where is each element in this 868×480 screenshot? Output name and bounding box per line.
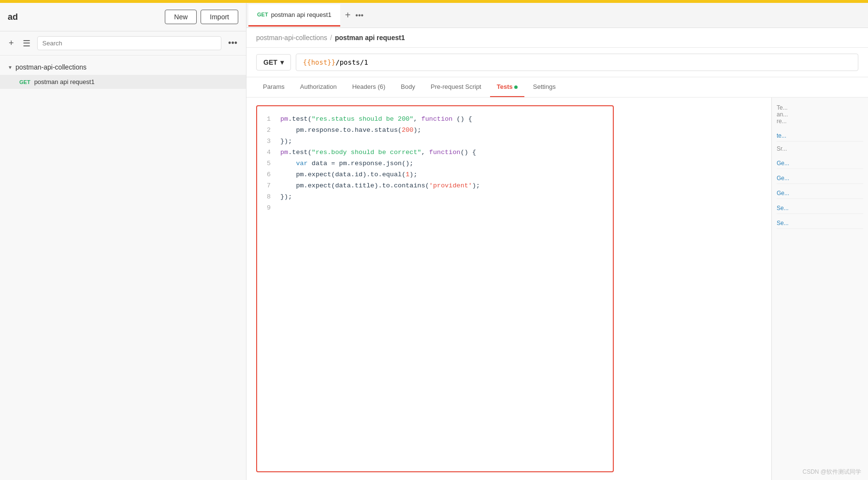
more-options-button[interactable]: ••• bbox=[226, 37, 239, 49]
line-num-3: 3 bbox=[263, 136, 271, 147]
url-variable: {{host}} bbox=[303, 58, 335, 66]
code-line-3: 3 }); bbox=[263, 136, 607, 147]
breadcrumb-parent[interactable]: postman-api-collections bbox=[256, 34, 327, 42]
line-num-6: 6 bbox=[263, 169, 271, 181]
tab-title: postman api request1 bbox=[271, 11, 332, 18]
line-num-7: 7 bbox=[263, 181, 271, 192]
watermark: CSDN @软件测试同学 bbox=[802, 468, 861, 476]
code-content-9 bbox=[280, 203, 607, 214]
line-num-2: 2 bbox=[263, 125, 271, 136]
sidebar-header: ad New Import bbox=[0, 3, 246, 31]
line-num-9: 9 bbox=[263, 203, 271, 214]
code-line-9: 9 bbox=[263, 203, 607, 214]
code-line-8: 8 }); bbox=[263, 192, 607, 203]
sidebar-collections: ▼ postman-api-collections GET postman ap… bbox=[0, 56, 246, 480]
breadcrumb: postman-api-collections / postman api re… bbox=[246, 28, 868, 48]
line-num-1: 1 bbox=[263, 114, 271, 125]
code-content-4: pm.test("res.body should be correct", fu… bbox=[280, 147, 607, 158]
code-content-3: }); bbox=[280, 136, 607, 147]
tests-dot-indicator bbox=[514, 85, 518, 89]
request-name: postman api request1 bbox=[34, 78, 95, 85]
method-chevron-icon: ▾ bbox=[280, 58, 284, 66]
tab-more-button[interactable]: ••• bbox=[355, 11, 363, 20]
method-badge: GET bbox=[19, 79, 30, 85]
new-tab-button[interactable]: + bbox=[345, 10, 351, 21]
add-collection-button[interactable]: + bbox=[7, 37, 16, 49]
line-num-8: 8 bbox=[263, 192, 271, 203]
app-container: ad New Import + ☰ ••• ▼ postman-api-coll… bbox=[0, 3, 868, 480]
active-tab[interactable]: GET postman api request1 bbox=[248, 4, 340, 27]
code-content-1: pm.test("res.status should be 200", func… bbox=[280, 114, 607, 125]
code-line-1: 1 pm.test("res.status should be 200", fu… bbox=[263, 114, 607, 125]
snippet-link-6[interactable]: Se... bbox=[777, 218, 863, 229]
main-content: GET postman api request1 + ••• postman-a… bbox=[246, 3, 868, 480]
snippet-label-sr: Sr... bbox=[777, 145, 863, 152]
snippet-link-3[interactable]: Ge... bbox=[777, 173, 863, 184]
tab-params[interactable]: Params bbox=[256, 77, 291, 97]
tab-body[interactable]: Body bbox=[394, 77, 422, 97]
collection-item[interactable]: ▼ postman-api-collections bbox=[0, 59, 246, 75]
snippet-link-4[interactable]: Ge... bbox=[777, 188, 863, 199]
sidebar-actions: New Import bbox=[165, 10, 238, 24]
line-num-5: 5 bbox=[263, 158, 271, 169]
code-content-5: var data = pm.response.json(); bbox=[280, 158, 607, 169]
tab-pre-request-script[interactable]: Pre-request Script bbox=[424, 77, 488, 97]
snippet-link-2[interactable]: Ge... bbox=[777, 158, 863, 169]
editor-area: 1 pm.test("res.status should be 200", fu… bbox=[246, 98, 771, 480]
code-line-6: 6 pm.expect(data.id).to.equal(1); bbox=[263, 169, 607, 181]
tab-bar: GET postman api request1 + ••• bbox=[246, 3, 868, 28]
code-content-7: pm.expect(data.title).to.contains('provi… bbox=[280, 181, 607, 192]
new-button[interactable]: New bbox=[165, 10, 197, 24]
tab-tests-label: Tests bbox=[497, 83, 513, 90]
breadcrumb-separator: / bbox=[330, 34, 332, 42]
code-line-4: 4 pm.test("res.body should be correct", … bbox=[263, 147, 607, 158]
line-num-4: 4 bbox=[263, 147, 271, 158]
collection-name: postman-api-collections bbox=[15, 63, 87, 71]
code-content-8: }); bbox=[280, 192, 607, 203]
request-item[interactable]: GET postman api request1 bbox=[0, 75, 246, 89]
snippet-link-5[interactable]: Se... bbox=[777, 203, 863, 214]
tab-controls: + ••• bbox=[340, 10, 369, 21]
filter-button[interactable]: ☰ bbox=[21, 37, 32, 50]
code-editor[interactable]: 1 pm.test("res.status should be 200", fu… bbox=[256, 105, 614, 472]
editor-container: 1 pm.test("res.status should be 200", fu… bbox=[246, 98, 868, 480]
tab-tests[interactable]: Tests bbox=[490, 77, 524, 97]
code-line-5: 5 var data = pm.response.json(); bbox=[263, 158, 607, 169]
url-bar: GET ▾ {{host}}/posts/1 bbox=[246, 48, 868, 77]
url-input[interactable]: {{host}}/posts/1 bbox=[296, 54, 858, 71]
code-content-6: pm.expect(data.id).to.equal(1); bbox=[280, 169, 607, 181]
request-tabs: Params Authorization Headers (6) Body Pr… bbox=[246, 77, 868, 98]
code-line-2: 2 pm.response.to.have.status(200); bbox=[263, 125, 607, 136]
sidebar: ad New Import + ☰ ••• ▼ postman-api-coll… bbox=[0, 3, 246, 480]
right-panel: Te... an... re... te... Sr... Ge... Ge..… bbox=[771, 98, 868, 480]
method-label: GET bbox=[263, 58, 277, 66]
tab-authorization[interactable]: Authorization bbox=[293, 77, 344, 97]
code-line-7: 7 pm.expect(data.title).to.contains('pro… bbox=[263, 181, 607, 192]
code-content-2: pm.response.to.have.status(200); bbox=[280, 125, 607, 136]
tab-method-badge: GET bbox=[257, 12, 268, 17]
method-select[interactable]: GET ▾ bbox=[256, 54, 291, 71]
sidebar-title: ad bbox=[8, 12, 18, 22]
url-path: /posts/1 bbox=[335, 58, 368, 66]
breadcrumb-current: postman api request1 bbox=[335, 34, 405, 42]
tab-settings[interactable]: Settings bbox=[526, 77, 563, 97]
snippet-panel-title: Te... an... re... bbox=[777, 104, 863, 125]
sidebar-toolbar: + ☰ ••• bbox=[0, 31, 246, 56]
snippet-link-1[interactable]: te... bbox=[777, 130, 863, 141]
import-button[interactable]: Import bbox=[201, 10, 238, 24]
chevron-down-icon: ▼ bbox=[8, 65, 13, 70]
tab-headers[interactable]: Headers (6) bbox=[346, 77, 392, 97]
search-input[interactable] bbox=[37, 36, 222, 50]
